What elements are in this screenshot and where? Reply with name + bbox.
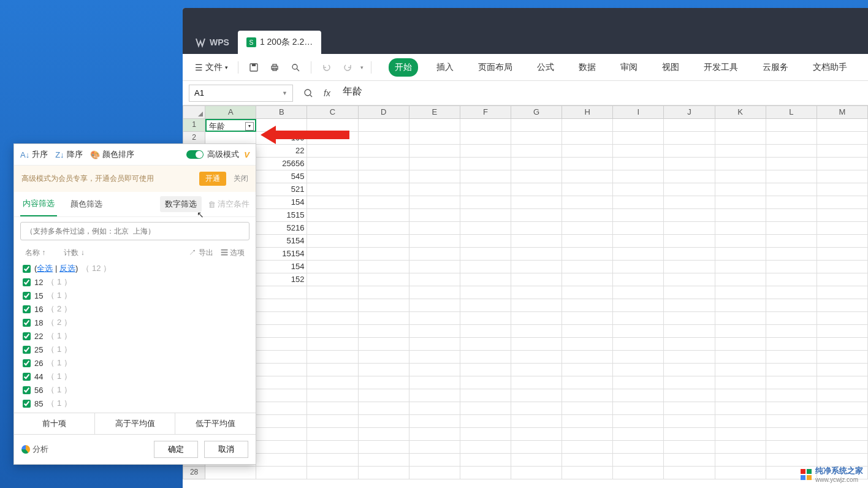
cell[interactable] <box>511 467 562 479</box>
cell[interactable] <box>460 402 511 415</box>
cell[interactable] <box>460 170 511 183</box>
checkbox[interactable] <box>23 305 31 313</box>
filter-item[interactable]: 56（ 1 ） <box>20 383 249 397</box>
cell[interactable] <box>256 325 307 338</box>
ribbon-tab-dev[interactable]: 开发工具 <box>698 58 744 77</box>
cell[interactable] <box>359 209 409 222</box>
column-header-e[interactable]: E <box>409 105 460 119</box>
ok-button[interactable]: 确定 <box>154 441 198 458</box>
cell[interactable] <box>205 467 256 479</box>
cell[interactable] <box>307 170 358 183</box>
cell[interactable] <box>613 261 664 273</box>
clear-conditions-button[interactable]: 🗑 清空条件 <box>208 199 249 210</box>
advanced-mode-toggle[interactable]: 高级模式 V <box>186 149 249 160</box>
cell[interactable] <box>613 170 664 183</box>
cell[interactable] <box>359 312 409 325</box>
cell[interactable] <box>766 170 817 183</box>
cell[interactable] <box>460 222 511 235</box>
cell[interactable] <box>766 376 817 389</box>
filter-item[interactable]: 16（ 2 ） <box>20 302 249 316</box>
cell[interactable] <box>613 119 664 132</box>
row-header[interactable]: 2 <box>183 132 205 145</box>
cell[interactable] <box>562 158 613 170</box>
cell[interactable] <box>511 170 562 183</box>
cell[interactable] <box>817 428 868 441</box>
cell[interactable] <box>817 454 868 467</box>
filter-search-input[interactable] <box>20 222 249 240</box>
cell[interactable] <box>409 454 460 467</box>
column-header-b[interactable]: B <box>256 105 307 119</box>
cell[interactable] <box>766 132 817 145</box>
cell[interactable] <box>613 222 664 235</box>
cell[interactable] <box>613 467 664 479</box>
cell[interactable]: 154 <box>256 196 307 209</box>
cell[interactable] <box>715 312 766 325</box>
cell[interactable] <box>409 119 460 132</box>
cell[interactable] <box>359 338 409 351</box>
cell[interactable] <box>359 325 409 338</box>
cell[interactable] <box>460 441 511 454</box>
cell[interactable] <box>359 441 409 454</box>
cell[interactable] <box>409 402 460 415</box>
cell[interactable] <box>817 286 868 299</box>
cell[interactable] <box>359 273 409 286</box>
cell[interactable] <box>613 196 664 209</box>
cell[interactable] <box>307 376 358 389</box>
cell[interactable] <box>613 183 664 196</box>
cell[interactable] <box>460 183 511 196</box>
undo-icon[interactable] <box>319 59 335 75</box>
cell[interactable] <box>664 441 715 454</box>
cell[interactable] <box>460 467 511 479</box>
cell[interactable] <box>766 402 817 415</box>
cell[interactable] <box>511 222 562 235</box>
cell[interactable] <box>562 454 613 467</box>
cell[interactable] <box>460 338 511 351</box>
cell[interactable] <box>511 273 562 286</box>
wps-tab[interactable]: WPS <box>186 31 238 54</box>
ribbon-tab-cloud[interactable]: 云服务 <box>756 58 794 77</box>
select-all-corner[interactable] <box>183 105 205 119</box>
checkbox[interactable] <box>23 332 31 340</box>
name-box[interactable]: A1 ▼ <box>189 85 293 102</box>
cell[interactable] <box>307 454 358 467</box>
cell[interactable] <box>562 209 613 222</box>
cell[interactable] <box>664 376 715 389</box>
cell[interactable]: 152 <box>256 273 307 286</box>
cell[interactable] <box>307 261 358 273</box>
cell[interactable] <box>766 299 817 312</box>
cell[interactable] <box>409 364 460 376</box>
cell[interactable] <box>766 286 817 299</box>
cell[interactable] <box>511 428 562 441</box>
ribbon-tab-review[interactable]: 审阅 <box>614 58 644 77</box>
sort-color-button[interactable]: 🎨颜色排序 <box>90 149 134 160</box>
column-header-l[interactable]: L <box>766 105 817 119</box>
cell[interactable] <box>817 351 868 364</box>
filter-item-all[interactable]: (全选 | 反选) （ 12 ） <box>20 262 249 275</box>
cell[interactable] <box>409 183 460 196</box>
cell[interactable] <box>409 338 460 351</box>
cell[interactable] <box>511 389 562 402</box>
cell[interactable] <box>664 183 715 196</box>
cell[interactable] <box>562 467 613 479</box>
cell[interactable] <box>359 261 409 273</box>
cell[interactable]: 22 <box>256 145 307 158</box>
cell[interactable] <box>562 196 613 209</box>
cell[interactable] <box>511 158 562 170</box>
cell[interactable] <box>664 273 715 286</box>
cell[interactable] <box>460 145 511 158</box>
cell[interactable] <box>715 389 766 402</box>
cell[interactable] <box>715 467 766 479</box>
save-icon[interactable] <box>246 59 262 75</box>
cell[interactable] <box>613 376 664 389</box>
cell[interactable] <box>766 119 817 132</box>
column-header-c[interactable]: C <box>307 105 358 119</box>
cell[interactable] <box>766 248 817 261</box>
cell[interactable] <box>409 248 460 261</box>
cell[interactable] <box>715 273 766 286</box>
cell[interactable] <box>256 441 307 454</box>
cell[interactable] <box>817 338 868 351</box>
cell[interactable] <box>256 286 307 299</box>
cell[interactable] <box>359 428 409 441</box>
cell[interactable] <box>715 196 766 209</box>
cell[interactable] <box>562 183 613 196</box>
